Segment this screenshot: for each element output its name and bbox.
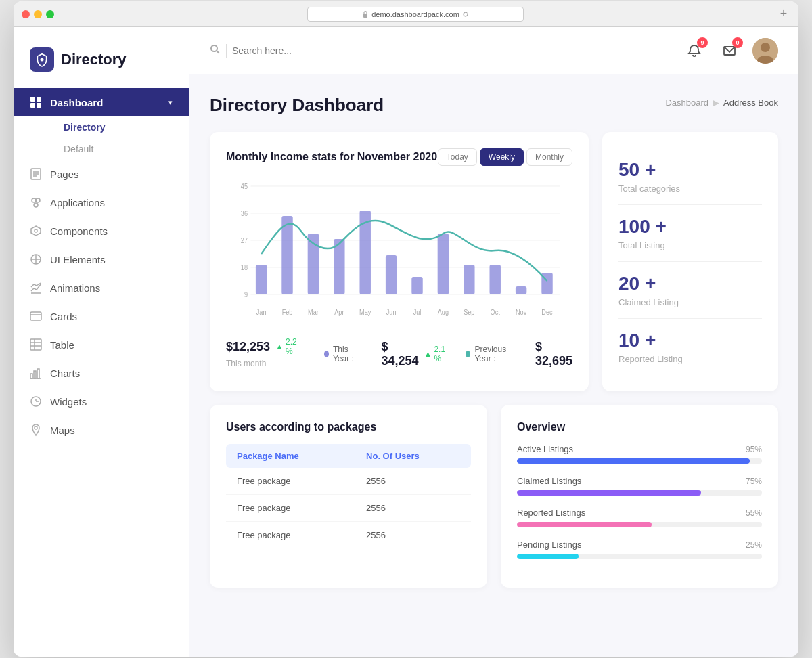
url-bar: demo.dashboardpack.com [54, 7, 777, 22]
overview-item: Reported Listings 55% [517, 508, 762, 527]
sidebar-item-table[interactable]: Table [14, 330, 189, 359]
chart-tab-group: Today Weekly Monthly [438, 148, 572, 166]
sidebar-item-components-label: Components [50, 225, 108, 237]
overview-item-label: Pending Listings [517, 540, 581, 550]
svg-rect-59 [516, 286, 526, 294]
svg-rect-3 [37, 97, 41, 102]
sidebar-item-components[interactable]: Components [14, 217, 189, 245]
components-icon [30, 225, 42, 237]
top-row: Monthly Income stats for November 2020 T… [210, 132, 778, 391]
mail-badge: 0 [732, 37, 743, 48]
pkg-users: 2556 [355, 522, 471, 549]
browser-window: demo.dashboardpack.com + Directory Dashb… [14, 1, 798, 657]
sidebar-item-pages[interactable]: Pages [14, 160, 189, 188]
pkg-name: Free package [226, 522, 355, 549]
this-month-label: This month [226, 359, 297, 368]
search-icon [210, 44, 221, 58]
stat-total-categories: 50 + Total categories [618, 148, 762, 205]
this-year-amount: $ 34,254 [381, 340, 418, 368]
svg-text:Jan: Jan [256, 309, 267, 316]
sidebar-item-charts[interactable]: Charts [14, 359, 189, 387]
svg-rect-57 [464, 265, 474, 294]
bar-track [517, 554, 762, 559]
prev-year-amount: $ 32,695 [535, 340, 572, 368]
chevron-down-icon: ▾ [168, 98, 173, 107]
pkg-name: Free package [226, 468, 355, 495]
page-header: Directory Dashboard Dashboard ▶ Address … [210, 95, 778, 116]
stat-value-1: 100 + [618, 216, 762, 238]
bar-fill [517, 522, 652, 527]
logo-area: Directory [14, 41, 189, 88]
sidebar-item-applications-label: Applications [50, 197, 105, 209]
overview-item-pct: 55% [746, 508, 762, 518]
sub-item-directory[interactable]: Directory [47, 116, 189, 138]
svg-rect-19 [30, 312, 41, 320]
search-input[interactable] [232, 45, 367, 56]
sidebar-item-applications[interactable]: Applications [14, 188, 189, 217]
chart-title: Monthly Income stats for November 2020 [226, 151, 437, 163]
overview-item-header: Claimed Listings 75% [517, 476, 762, 486]
overview-item: Active Listings 95% [517, 444, 762, 464]
tab-weekly[interactable]: Weekly [480, 148, 524, 166]
svg-rect-55 [411, 277, 422, 294]
this-year-change: ▲ 2.1 % [424, 345, 446, 364]
pkg-users: 2556 [355, 495, 471, 522]
svg-text:36: 36 [241, 210, 248, 217]
tab-monthly[interactable]: Monthly [526, 148, 572, 166]
bar-fill [517, 458, 750, 464]
breadcrumb-arrow: ▶ [713, 97, 719, 108]
header: 9 0 [189, 27, 798, 74]
sidebar-item-animations[interactable]: Animations [14, 273, 189, 302]
breadcrumb-link[interactable]: Dashboard [665, 97, 708, 108]
sidebar-item-cards[interactable]: Cards [14, 302, 189, 330]
stat-label-1: Total Listing [618, 240, 762, 250]
tab-today[interactable]: Today [438, 148, 477, 166]
sidebar-item-dashboard[interactable]: Dashboard ▾ [14, 88, 189, 116]
sidebar-item-ui-elements[interactable]: UI Elements [14, 245, 189, 273]
table-icon [30, 338, 42, 351]
search-divider [226, 44, 227, 58]
logo-icon [30, 47, 54, 72]
overview-item-label: Active Listings [517, 444, 573, 454]
fullscreen-button[interactable] [46, 10, 54, 18]
minimize-button[interactable] [34, 10, 42, 18]
stat-value-2: 20 + [618, 273, 762, 294]
packages-table: Package Name No. Of Users Free package25… [226, 444, 471, 548]
svg-text:Oct: Oct [491, 309, 501, 316]
this-month-stat: $12,253 ▲ 2.2 % This month [226, 337, 297, 368]
notification-button[interactable]: 9 [682, 39, 706, 63]
svg-rect-49 [256, 265, 267, 294]
svg-text:9: 9 [244, 291, 248, 299]
svg-rect-0 [363, 14, 367, 18]
reload-icon[interactable] [462, 11, 469, 18]
bottom-row: Users according to packages Package Name… [210, 405, 778, 588]
table-row: Free package2556 [226, 495, 471, 522]
user-avatar[interactable] [752, 38, 778, 64]
breadcrumb-current: Address Book [723, 97, 778, 108]
overview-title: Overview [517, 421, 762, 433]
bar-track [517, 522, 762, 527]
overview-item-header: Pending Listings 25% [517, 540, 762, 550]
right-panel: 9 0 Directory Dashboard D [189, 27, 798, 657]
sidebar-item-maps[interactable]: Maps [14, 416, 189, 444]
sidebar-item-charts-label: Charts [50, 368, 80, 379]
widgets-icon [30, 395, 42, 408]
mail-button[interactable]: 0 [717, 39, 742, 63]
close-button[interactable] [22, 10, 30, 18]
overview-item-pct: 25% [746, 540, 762, 550]
sidebar-item-table-label: Table [50, 339, 74, 351]
url-input[interactable]: demo.dashboardpack.com [307, 7, 524, 22]
sub-item-default[interactable]: Default [47, 138, 189, 160]
new-tab-button[interactable]: + [777, 7, 790, 21]
logo-svg [35, 53, 49, 66]
sidebar-item-widgets[interactable]: Widgets [14, 387, 189, 416]
svg-line-34 [217, 51, 219, 53]
overview-item: Pending Listings 25% [517, 540, 762, 559]
breadcrumb: Dashboard ▶ Address Book [665, 97, 778, 108]
svg-point-11 [36, 198, 40, 202]
svg-text:Feb: Feb [282, 309, 293, 316]
svg-point-37 [761, 43, 770, 52]
stat-claimed-listing: 20 + Claimed Listing [618, 262, 762, 319]
app-layout: Directory Dashboard ▾ Directory Default … [14, 27, 798, 657]
chart-svg: 45 36 27 18 9 [226, 179, 572, 322]
